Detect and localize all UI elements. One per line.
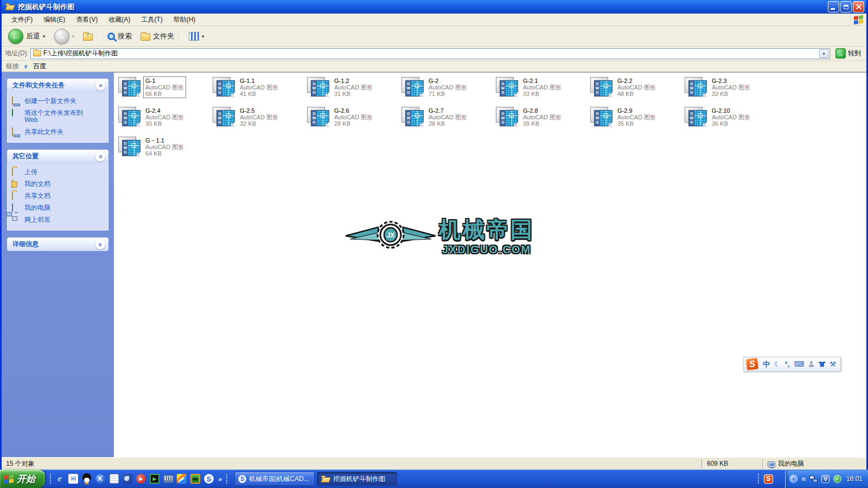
dwg-file-icon: DWG (496, 107, 519, 127)
ime-skin-icon[interactable] (819, 362, 825, 367)
search-button[interactable]: 搜索 (104, 30, 135, 42)
task-button-explorer[interactable]: 挖掘机铲斗制作图 (317, 472, 397, 486)
views-button[interactable]: ▾ (186, 31, 208, 42)
bird-app-icon[interactable] (122, 473, 133, 484)
menu-file[interactable]: 文件(F) (6, 14, 38, 26)
go-icon: → (835, 48, 846, 59)
forward-button[interactable]: → ▾ (51, 28, 78, 45)
file-tile[interactable]: DWG G-2.7AutoCAD 图形28 KB (401, 107, 496, 137)
file-tile[interactable]: DWG G-2.8AutoCAD 图形39 KB (496, 107, 590, 137)
address-value[interactable]: F:\上传\挖掘机铲斗制作图 (43, 49, 817, 58)
window-folder-icon (5, 3, 15, 10)
restore-button[interactable] (840, 1, 852, 12)
menu-favorites[interactable]: 收藏(A) (103, 14, 136, 26)
file-tile[interactable]: DWG G-2.10AutoCAD 图形36 KB (685, 107, 779, 137)
share-folder-link[interactable]: 共享此文件夹 (12, 129, 106, 136)
paint-tool-icon[interactable] (176, 473, 187, 484)
links-item-baidu[interactable]: 百度 (33, 62, 46, 71)
publish-web-link[interactable]: 将这个文件夹发布到 Web (12, 110, 106, 124)
file-tile[interactable]: DWG G-2.5AutoCAD 图形32 KB (213, 107, 307, 137)
search-icon (107, 33, 115, 40)
other-places-title: 其它位置 (12, 152, 95, 161)
details-header[interactable]: 详细信息 » (7, 237, 108, 251)
mail-icon[interactable]: ✉ (68, 473, 79, 484)
file-tile[interactable]: DWG G-1.1AutoCAD 图形41 KB (213, 77, 307, 107)
place-shared-documents-link[interactable]: 共享文档 (12, 192, 106, 200)
file-tile[interactable]: DWG G－1.1AutoCAD 图形64 KB (118, 137, 213, 166)
ime-keyboard-icon[interactable]: ⌨ (794, 361, 804, 368)
menu-view[interactable]: 查看(V) (71, 14, 103, 26)
toolbar-grip[interactable] (757, 473, 760, 484)
file-tile[interactable]: DWG G-2.6AutoCAD 图形28 KB (307, 107, 401, 137)
game-center-icon[interactable] (190, 473, 201, 484)
quick-launch-overflow-chevron[interactable]: » (217, 475, 223, 483)
toolbar-grip[interactable] (226, 473, 228, 484)
back-button[interactable]: ← 后退 ▾ (5, 28, 49, 45)
sogou-ime-tray-icon[interactable]: S (764, 474, 773, 484)
sogou-browser-icon[interactable]: S (203, 473, 214, 484)
expand-button[interactable]: » (95, 240, 105, 249)
menu-tools[interactable]: 工具(T) (136, 14, 168, 26)
kugou-icon[interactable]: K (95, 473, 106, 484)
file-tile[interactable]: DWG G-1AutoCAD 图形66 KB (118, 77, 213, 107)
up-button[interactable]: ↑ (80, 30, 96, 42)
go-button[interactable]: → 转到 (833, 48, 863, 59)
ime-account-icon[interactable] (808, 361, 814, 367)
file-tile[interactable]: DWG G-2AutoCAD 图形71 KB (401, 77, 496, 107)
qq-icon[interactable] (81, 473, 92, 484)
task-button-browser[interactable]: S 机械帝国|机械CAD... (234, 472, 315, 486)
go-label: 转到 (848, 49, 861, 58)
file-tile[interactable]: DWG G-2.4AutoCAD 图形30 KB (118, 107, 213, 137)
sogou-logo-icon[interactable]: S (745, 357, 759, 371)
up-folder-icon: ↑ (83, 34, 93, 41)
taskbar: 开始 e ✉ K ▶ ▶ S » S 机械帝国|机械CAD... 挖掘机铲斗制作… (0, 470, 868, 488)
menu-edit[interactable]: 编辑(E) (38, 14, 71, 26)
other-places-header[interactable]: 其它位置 » (7, 150, 108, 163)
media-player-black-icon[interactable]: ▶ (149, 473, 160, 484)
chevron-down-icon: » (97, 242, 104, 246)
winged-gear-logo-icon: JX (344, 216, 437, 254)
place-my-computer-link[interactable]: 我的电脑 (12, 204, 106, 211)
folders-button[interactable]: 文件夹 (137, 30, 177, 42)
ime-fullwidth-moon-icon[interactable]: ☾ (774, 361, 781, 368)
address-input[interactable]: F:\上传\挖掘机铲斗制作图 ▾ (30, 48, 830, 59)
file-tile[interactable]: DWG G-2.1AutoCAD 图形33 KB (496, 77, 590, 107)
start-button[interactable]: 开始 (0, 470, 45, 488)
minimize-button[interactable] (828, 1, 839, 12)
place-network-link[interactable]: 网上邻居 (12, 216, 106, 223)
ime-punctuation-icon[interactable]: °‚ (785, 361, 790, 368)
tray-antivirus-icon[interactable]: V (821, 475, 829, 483)
menu-help[interactable]: 帮助(H) (168, 14, 201, 26)
windows-flag-icon (4, 474, 14, 483)
tray-network-icon[interactable] (809, 476, 818, 483)
media-player-red-icon[interactable]: ▶ (136, 473, 146, 484)
address-label: 地址(D) (5, 49, 27, 58)
place-my-documents-link[interactable]: 我的文档 (12, 181, 106, 188)
address-dropdown-button[interactable]: ▾ (819, 49, 828, 58)
file-tile[interactable]: DWG G-2.9AutoCAD 图形35 KB (590, 107, 685, 137)
place-upload-link[interactable]: 上传 (12, 169, 106, 176)
file-tile[interactable]: DWG G-2.2AutoCAD 图形48 KB (590, 77, 685, 107)
tray-collapse-button[interactable]: ‹ (789, 474, 798, 483)
dwg-file-icon: DWG (401, 77, 424, 97)
back-dropdown-icon[interactable]: ▾ (43, 34, 46, 39)
file-list-area[interactable]: DWG G-1AutoCAD 图形66 KB DWG G-1.1AutoCAD … (114, 72, 866, 457)
tray-mail-icon[interactable]: ≈ (802, 475, 806, 483)
ime-toolbox-icon[interactable]: ⚒ (829, 361, 836, 368)
file-tile[interactable]: DWG G-2.3AutoCAD 图形33 KB (685, 77, 779, 107)
collapse-button[interactable]: » (95, 81, 105, 91)
toolbar-grip[interactable] (49, 473, 52, 484)
collapse-button[interactable]: » (95, 152, 105, 162)
file-tasks-header[interactable]: 文件和文件夹任务 » (7, 79, 108, 92)
tray-security-shield-icon[interactable]: ✓ (833, 475, 841, 483)
dwg-file-icon: DWG (213, 107, 235, 127)
new-folder-link[interactable]: 创建一个新文件夹 (12, 98, 106, 105)
media-folder-icon[interactable] (163, 473, 174, 484)
file-tile[interactable]: DWG G-1.2AutoCAD 图形31 KB (307, 77, 401, 107)
notes-icon[interactable] (108, 473, 119, 484)
address-folder-icon (33, 50, 41, 56)
sogou-ime-bar[interactable]: S 中 ☾ °‚ ⌨ ⚒ (743, 357, 841, 371)
ime-chinese-mode-button[interactable]: 中 (763, 361, 770, 368)
close-button[interactable] (853, 1, 864, 12)
ie-icon[interactable]: e (54, 473, 65, 484)
